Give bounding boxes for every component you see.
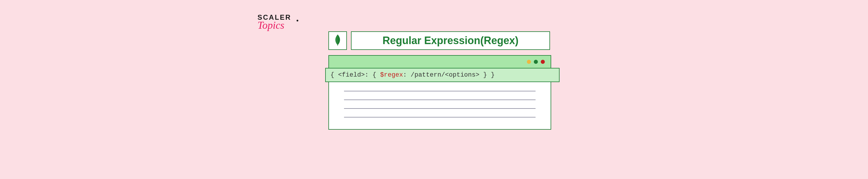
browser-titlebar <box>329 56 551 68</box>
content-placeholder-area <box>329 82 551 129</box>
placeholder-line <box>344 117 535 118</box>
code-pattern: /pattern/<options> <box>410 71 479 79</box>
code-field: <field> <box>338 71 365 79</box>
page-title: Regular Expression(Regex) <box>382 34 519 47</box>
title-box: Regular Expression(Regex) <box>351 31 550 50</box>
code-open: { <box>331 71 338 79</box>
placeholder-line <box>344 108 535 109</box>
mongodb-icon-box <box>329 31 347 50</box>
window-close-icon <box>541 60 545 64</box>
mongodb-leaf-icon <box>334 34 341 47</box>
scaler-topics-logo: SCALER Topics <box>257 14 291 31</box>
logo-line-2: Topics <box>257 19 291 31</box>
code-sep2: : <box>403 71 410 79</box>
main-content: Regular Expression(Regex) { <field>: { $… <box>329 31 551 130</box>
window-maximize-icon <box>534 60 538 64</box>
code-sep1: : { <box>365 71 380 79</box>
header-row: Regular Expression(Regex) <box>329 31 551 50</box>
code-example: { <field>: { $regex: /pattern/<options> … <box>325 68 560 82</box>
placeholder-line <box>344 91 535 92</box>
code-regex-operator: $regex <box>380 71 403 79</box>
browser-window: { <field>: { $regex: /pattern/<options> … <box>329 55 551 130</box>
placeholder-line <box>344 100 535 100</box>
code-close: } } <box>479 71 495 79</box>
window-minimize-icon <box>527 60 531 64</box>
